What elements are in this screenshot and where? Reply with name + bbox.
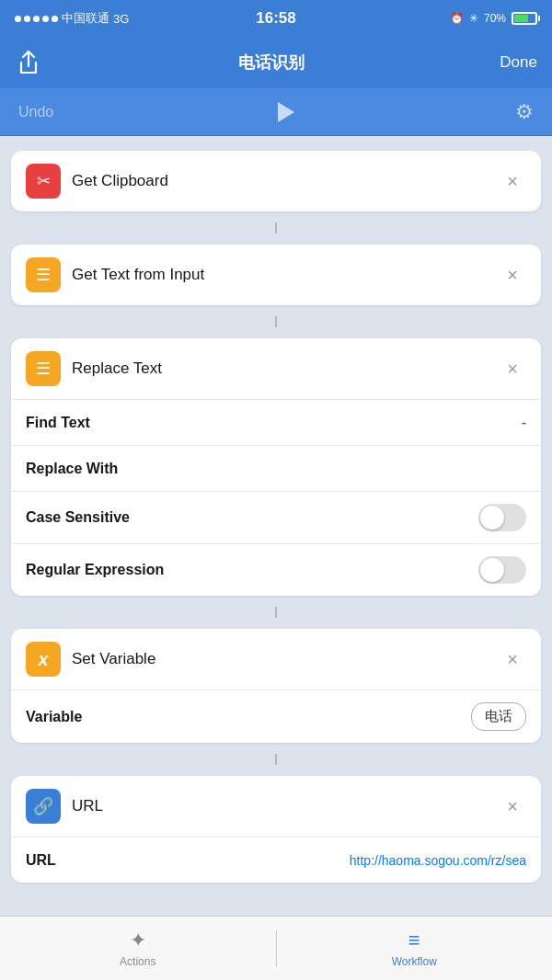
settings-gear-icon[interactable]: ⚙ bbox=[515, 100, 534, 124]
replace-text-icon: ☰ bbox=[26, 351, 61, 386]
get-text-icon: ☰ bbox=[26, 257, 61, 292]
alarm-icon: ⏰ bbox=[450, 12, 464, 25]
document2-icon: ☰ bbox=[36, 359, 51, 379]
get-clipboard-header: ✂ Get Clipboard × bbox=[11, 151, 541, 211]
network-label: 3G bbox=[113, 12, 129, 26]
tab-bar: ✦ Actions ≡ Workflow bbox=[0, 916, 552, 980]
find-text-label: Find Text bbox=[26, 415, 522, 431]
connector-2 bbox=[275, 316, 277, 327]
time-label: 16:58 bbox=[256, 9, 295, 28]
set-variable-title: Set Variable bbox=[72, 650, 488, 668]
get-clipboard-close-button[interactable]: × bbox=[499, 167, 526, 195]
set-variable-header: x Set Variable × bbox=[11, 629, 541, 689]
case-sensitive-row: Case Sensitive bbox=[11, 491, 541, 543]
replace-text-header: ☰ Replace Text × bbox=[11, 338, 541, 399]
bluetooth-icon: ✳ bbox=[469, 12, 478, 25]
url-icon: 🔗 bbox=[26, 789, 61, 824]
page-title: 电话识别 bbox=[238, 51, 305, 74]
find-text-value[interactable]: - bbox=[522, 415, 526, 431]
workflow-content: ✂ Get Clipboard × ☰ Get Text from Input … bbox=[0, 136, 552, 980]
workflow-tab-icon: ≡ bbox=[408, 929, 420, 952]
tab-workflow[interactable]: ≡ Workflow bbox=[277, 917, 553, 980]
get-text-close-button[interactable]: × bbox=[499, 261, 526, 289]
url-close-button[interactable]: × bbox=[499, 792, 526, 820]
signal-dots bbox=[15, 16, 58, 22]
variable-x-icon: x bbox=[38, 649, 48, 670]
carrier-label: 中国联通 bbox=[62, 10, 109, 27]
variable-row: Variable 电话 bbox=[11, 689, 541, 743]
get-text-header: ☰ Get Text from Input × bbox=[11, 245, 541, 305]
play-button[interactable] bbox=[268, 96, 301, 129]
variable-pill[interactable]: 电话 bbox=[471, 702, 526, 731]
replace-text-card: ☰ Replace Text × Find Text - Replace Wit… bbox=[11, 338, 541, 596]
get-text-card: ☰ Get Text from Input × bbox=[11, 245, 541, 305]
replace-text-title: Replace Text bbox=[72, 359, 488, 378]
undo-button[interactable]: Undo bbox=[18, 104, 53, 120]
replace-with-label: Replace With bbox=[26, 461, 526, 477]
regex-row: Regular Expression bbox=[11, 543, 541, 596]
link-chain-icon: 🔗 bbox=[33, 796, 53, 816]
url-title: URL bbox=[72, 797, 488, 815]
nav-bar: 电话识别 Done bbox=[0, 37, 552, 88]
get-clipboard-card: ✂ Get Clipboard × bbox=[11, 151, 541, 211]
toggle-knob bbox=[480, 506, 504, 530]
set-variable-close-button[interactable]: × bbox=[499, 645, 526, 673]
connector-4 bbox=[275, 754, 277, 765]
actions-tab-label: Actions bbox=[120, 955, 155, 968]
toolbar: Undo ⚙ bbox=[0, 88, 552, 136]
case-sensitive-label: Case Sensitive bbox=[26, 509, 478, 526]
status-left: 中国联通 3G bbox=[15, 10, 129, 27]
status-bar: 中国联通 3G 16:58 ⏰ ✳ 70% bbox=[0, 0, 552, 37]
url-header: 🔗 URL × bbox=[11, 776, 541, 837]
replace-with-row: Replace With bbox=[11, 445, 541, 491]
battery-percent: 70% bbox=[484, 12, 506, 25]
variable-label: Variable bbox=[26, 709, 471, 725]
scissors-icon: ✂ bbox=[37, 171, 51, 191]
url-value[interactable]: http://haoma.sogou.com/rz/sea bbox=[350, 853, 526, 868]
toggle-knob-2 bbox=[480, 558, 504, 582]
set-variable-card: x Set Variable × Variable 电话 bbox=[11, 629, 541, 743]
get-clipboard-title: Get Clipboard bbox=[72, 172, 488, 190]
find-text-row: Find Text - bbox=[11, 399, 541, 445]
actions-tab-icon: ✦ bbox=[130, 929, 146, 952]
set-variable-icon: x bbox=[26, 642, 61, 677]
status-right: ⏰ ✳ 70% bbox=[450, 12, 537, 25]
play-triangle-icon bbox=[278, 102, 294, 122]
case-sensitive-toggle[interactable] bbox=[478, 504, 526, 531]
url-label: URL bbox=[26, 852, 350, 869]
get-clipboard-icon: ✂ bbox=[26, 164, 61, 199]
battery-icon bbox=[512, 12, 537, 25]
share-button[interactable] bbox=[15, 49, 42, 76]
done-button[interactable]: Done bbox=[500, 53, 537, 72]
regex-toggle[interactable] bbox=[478, 556, 526, 584]
replace-text-close-button[interactable]: × bbox=[499, 355, 526, 382]
document-icon: ☰ bbox=[36, 265, 51, 285]
tab-actions[interactable]: ✦ Actions bbox=[0, 917, 276, 980]
connector-3 bbox=[275, 607, 277, 618]
url-row: URL http://haoma.sogou.com/rz/sea bbox=[11, 837, 541, 883]
connector-1 bbox=[275, 222, 277, 234]
regex-label: Regular Expression bbox=[26, 562, 478, 578]
get-text-title: Get Text from Input bbox=[72, 266, 488, 284]
workflow-tab-label: Workflow bbox=[392, 955, 437, 968]
url-card: 🔗 URL × URL http://haoma.sogou.com/rz/se… bbox=[11, 776, 541, 883]
